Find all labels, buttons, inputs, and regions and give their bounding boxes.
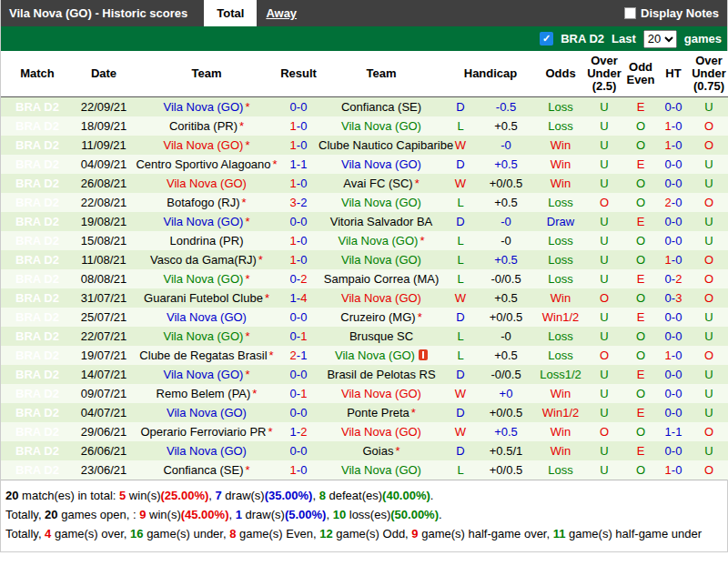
over-under-2-5-cell: U (585, 441, 623, 460)
over-under-2-5-cell: U (585, 327, 623, 346)
match-row: BRA D231/07/21Guarani Futebol Clube*1-4V… (1, 288, 728, 308)
ht-cell: 0-0 (658, 97, 689, 117)
filter-bar: ✓ BRA D2 Last 20 games (1, 26, 727, 51)
team-name: Vila Nova (GO) (341, 463, 421, 477)
over-under-0-75-cell: O (689, 250, 728, 269)
summary-line-total: 20 match(es) in total: 5 win(s)(25.00%),… (5, 486, 723, 505)
panel-title: Vila Nova (GO) - Historic scores (1, 6, 204, 20)
odds-cell: Loss (536, 231, 585, 250)
date-cell: 09/07/21 (74, 384, 134, 403)
team-name: Cruzeiro (MG) (340, 310, 415, 324)
odds-cell: Win1/2 (536, 403, 585, 422)
date-cell: 22/09/21 (74, 97, 134, 117)
away-team-cell: Vila Nova (GO) (318, 384, 445, 403)
home-score: 3 (290, 196, 297, 209)
odds-cell: Win (536, 174, 585, 193)
over-under-0-75-cell: U (689, 231, 728, 250)
home-team-cell: Vila Nova (GO)* (134, 327, 279, 346)
summary-segment: . (439, 508, 442, 521)
odds-cell: Win1/2 (536, 308, 585, 327)
handicap-cell: -0.5 (476, 97, 536, 117)
ht-cell: 1-0 (658, 346, 689, 365)
handicap-cell: +0/0.5 (476, 460, 536, 480)
over-under-0-75-cell: U (689, 384, 728, 403)
team-name: Operario Ferroviario PR (140, 425, 266, 439)
league-badge: BRA D2 (1, 212, 74, 231)
over-under-2-5-cell: O (585, 193, 623, 212)
league-badge: BRA D2 (1, 327, 74, 346)
summary-segment: 12 (319, 527, 332, 541)
over-under-2-5-cell: U (585, 269, 623, 288)
handicap-cell: +0.5 (476, 250, 536, 269)
away-score: 0 (675, 349, 682, 362)
result-letter-cell: L (445, 460, 476, 480)
away-score: 0 (675, 463, 682, 477)
star-marker: * (265, 291, 269, 305)
odds-cell: Loss (536, 193, 585, 212)
home-team-cell: Vila Nova (GO) (134, 403, 279, 422)
odd-even-cell: O (623, 422, 658, 441)
match-row: BRA D222/08/21Botafogo (RJ)*3-2Vila Nova… (1, 193, 728, 212)
odd-even-cell: E (623, 269, 658, 288)
games-count-select[interactable]: 20 (643, 30, 677, 48)
odd-even-cell: O (623, 327, 658, 346)
last-label: Last (612, 32, 636, 45)
summary-segment: game(s) Even, (236, 527, 319, 541)
summary-segment: draw(s) (242, 508, 285, 521)
away-team-cell: Vila Nova (GO) (318, 250, 445, 269)
home-team-cell: Coritiba (PR)* (134, 116, 279, 136)
result-cell: 1-4 (279, 288, 318, 308)
away-team-cell: Avai FC (SC)* (318, 174, 445, 193)
away-score: 0 (300, 368, 307, 381)
team-name: Vila Nova (GO) (167, 310, 247, 324)
home-team-cell: Botafogo (RJ)* (134, 193, 279, 212)
summary-segment: (40.00%) (382, 489, 430, 502)
league-badge: BRA D2 (1, 288, 74, 308)
odds-cell: Draw (536, 212, 585, 231)
match-row: BRA D222/07/21Vila Nova (GO)*0-1Brusque … (1, 327, 728, 346)
team-name: Vila Nova (GO) (341, 387, 421, 400)
date-cell: 08/08/21 (74, 269, 134, 288)
over-under-0-75-cell: U (689, 155, 728, 174)
summary-segment: game(s) Odd, (333, 527, 412, 541)
handicap-cell: -0 (476, 327, 536, 346)
display-notes-checkbox-icon[interactable] (624, 7, 636, 19)
match-row: BRA D204/07/21Vila Nova (GO)0-0Ponte Pre… (1, 403, 728, 422)
home-score: 0 (665, 177, 672, 190)
star-marker: * (242, 196, 247, 209)
over-under-2-5-cell: U (585, 155, 623, 174)
tab-total[interactable]: Total (204, 0, 257, 26)
team-name: Vila Nova (GO) (341, 425, 421, 439)
star-marker: * (411, 406, 416, 419)
handicap-cell: +0.5 (476, 193, 536, 212)
summary-segment: Totally, (5, 508, 45, 521)
handicap-cell: +0.5 (476, 422, 536, 441)
odd-even-cell: E (623, 212, 658, 231)
display-notes-toggle[interactable]: Display Notes (624, 6, 727, 20)
home-team-cell: Vila Nova (GO)* (134, 365, 279, 384)
summary-segment: (5.00%) (285, 508, 327, 521)
tab-away[interactable]: Away (257, 0, 306, 26)
home-score: 1 (290, 234, 297, 248)
handicap-cell: -0 (476, 212, 536, 231)
star-marker: * (239, 119, 244, 133)
result-cell: 0-0 (279, 365, 318, 384)
red-card-icon (419, 349, 428, 360)
away-score: 2 (300, 425, 307, 439)
over-under-0-75-cell: O (689, 288, 728, 308)
match-row: BRA D214/07/21Vila Nova (GO)*0-0Brasil d… (1, 365, 728, 384)
result-cell: 0-0 (279, 441, 318, 460)
summary-segment: 20 (5, 489, 18, 502)
home-score: 0 (665, 157, 672, 171)
league-filter-label: BRA D2 (561, 32, 604, 45)
away-score: 0 (300, 310, 307, 324)
date-cell: 26/06/21 (74, 441, 134, 460)
league-filter-checkbox-icon[interactable]: ✓ (540, 32, 553, 45)
date-cell: 19/08/21 (74, 212, 134, 231)
date-cell: 25/07/21 (74, 308, 134, 327)
date-cell: 11/09/21 (74, 136, 134, 155)
home-score: 0 (665, 406, 672, 419)
over-under-2-5-cell: O (585, 288, 623, 308)
column-header-away-team: Team (318, 51, 445, 97)
over-under-0-75-cell: O (689, 460, 728, 480)
